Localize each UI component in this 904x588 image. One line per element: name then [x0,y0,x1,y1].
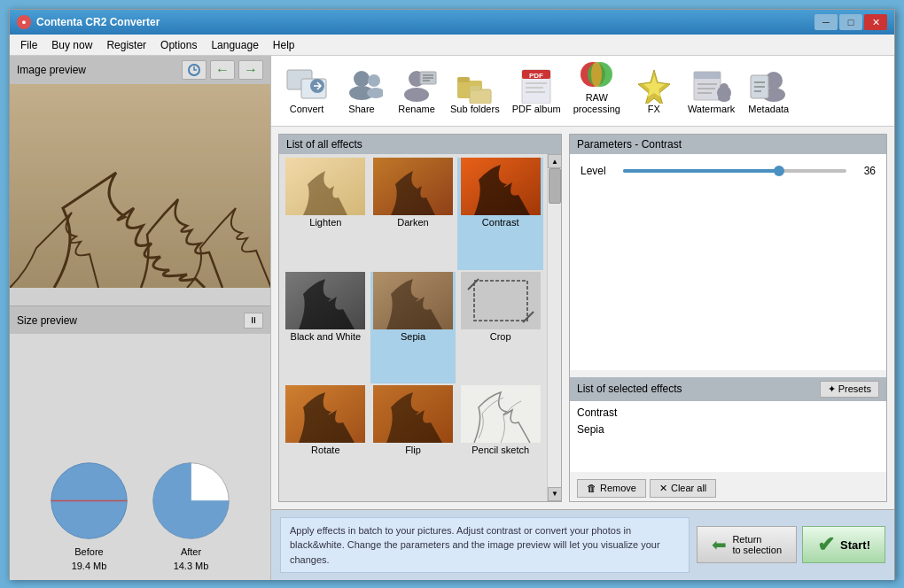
toolbar-share-label: Share [348,104,374,115]
toolbar-fx-label: FX [648,104,660,115]
params-header: Parameters - Contrast [570,135,886,154]
effect-crop-label: Crop [488,329,513,344]
pause-button[interactable]: ⏸ [244,313,263,329]
effect-contrast[interactable]: Contrast [457,158,543,270]
before-label: Before [74,546,103,557]
watermark-icon [690,68,733,104]
effect-flip[interactable]: Flip [370,385,456,498]
toolbar-watermark[interactable]: Watermark [682,65,740,119]
menu-options[interactable]: Options [153,37,204,53]
scroll-thumb[interactable] [549,168,561,204]
effect-thumb-flip [373,385,453,443]
size-charts: Before 19.4 Mb After 14.3 Mb [10,334,270,580]
effect-thumb-rotate [285,385,365,443]
clear-icon: ✕ [659,483,667,494]
image-preview-area [10,84,270,288]
level-label: Level [581,165,616,177]
selected-effect-sepia: Sepia [577,422,879,438]
menu-language[interactable]: Language [204,37,265,53]
toolbar-fx[interactable]: FX [627,65,681,119]
clear-all-button[interactable]: ✕ Clear all [650,479,716,498]
raw-icon [575,57,618,92]
scroll-track[interactable] [548,168,561,487]
effect-crop[interactable]: Crop [457,272,543,384]
scroll-up-button[interactable]: ▲ [548,154,561,168]
start-button[interactable]: ✔ Start! [802,526,885,563]
minimize-button[interactable]: ─ [814,14,838,30]
main-window: ● Contenta CR2 Converter ─ □ ✕ File Buy … [9,9,895,579]
menu-register[interactable]: Register [99,37,153,53]
menu-help[interactable]: Help [266,37,302,53]
effect-lighten-label: Lighten [308,215,343,229]
subfolders-icon [454,68,496,104]
effects-scrollbar[interactable]: ▲ ▼ [547,154,561,501]
effect-thumb-crop [461,272,541,329]
svg-point-41 [718,95,730,102]
pdfalbum-icon: PDF [515,68,557,104]
toolbar-metadata-label: Metadata [748,104,789,115]
remove-button[interactable]: 🗑 Remove [577,479,646,498]
toolbar-raw[interactable]: RAW processing [568,53,626,119]
effect-sepia[interactable]: Sepia [370,272,456,384]
toolbar-raw-label: RAW processing [573,92,620,115]
toolbar-share[interactable]: Share [335,65,388,119]
effect-lighten[interactable]: Lighten [283,158,369,270]
bottom-bar: Apply effects in batch to your pictures.… [271,509,894,581]
toolbar-watermark-label: Watermark [688,104,735,115]
after-pie-chart [149,459,233,543]
preview-next-button[interactable]: → [238,60,263,80]
after-chart: After 14.3 Mb [149,459,233,571]
preview-refresh-button[interactable] [182,60,207,80]
selected-effect-contrast: Contrast [577,405,879,422]
preview-image [10,84,270,288]
presets-button[interactable]: ✦ Presets [820,381,879,398]
level-slider-track[interactable] [623,169,846,173]
level-value: 36 [853,165,876,177]
start-label: Start! [840,538,870,552]
toolbar-rename[interactable]: Rename [390,65,443,119]
selected-effects-label: List of selected effects [577,383,682,395]
effects-grid: Lighten [279,154,547,501]
level-slider-row: Level 36 [581,165,876,177]
effect-rotate[interactable]: Rotate [283,385,369,498]
right-panel: Convert Share [271,56,894,580]
close-button[interactable]: ✕ [864,14,887,30]
svg-point-40 [720,83,729,92]
effect-pencil-label: Pencil sketch [470,443,531,457]
effect-pencil[interactable]: Pencil sketch [457,385,543,498]
back-label: Return to selection [732,534,782,555]
fx-icon [633,68,675,104]
return-to-selection-button[interactable]: ⬅ Return to selection [697,526,797,563]
menu-buynow[interactable]: Buy now [44,37,99,53]
toolbar-subfolders-label: Sub folders [450,104,500,115]
main-content: Image preview ← → [10,56,894,580]
slider-thumb[interactable] [774,166,784,176]
svg-point-31 [591,62,602,87]
effect-thumb-contrast [461,158,541,215]
effect-contrast-label: Contrast [480,215,521,229]
presets-icon: ✦ [828,383,836,395]
maximize-button[interactable]: □ [839,14,862,30]
after-size: 14.3 Mb [174,561,209,571]
title-buttons: ─ □ ✕ [814,14,887,30]
scroll-down-button[interactable]: ▼ [548,487,561,501]
presets-label: Presets [838,383,871,394]
toolbar-subfolders[interactable]: Sub folders [445,65,505,119]
effects-panel-header: List of all effects [279,135,561,154]
effect-thumb-sepia [373,272,453,329]
menu-file[interactable]: File [13,37,44,53]
toolbar-convert[interactable]: Convert [280,65,333,119]
preview-prev-button[interactable]: ← [210,60,235,80]
svg-rect-22 [470,86,480,91]
share-icon [340,68,383,104]
effect-darken[interactable]: Darken [370,158,456,270]
left-panel: Image preview ← → [10,56,271,580]
start-check-icon: ✔ [817,532,835,557]
toolbar-metadata[interactable]: Metadata [742,65,795,119]
effect-thumb-bw [285,272,365,329]
toolbar: Convert Share [271,56,894,127]
effect-flip-label: Flip [403,443,423,457]
effect-bw[interactable]: Black and White [283,272,369,384]
toolbar-pdfalbum-label: PDF album [512,104,561,115]
toolbar-pdfalbum[interactable]: PDF PDF album [507,65,566,119]
